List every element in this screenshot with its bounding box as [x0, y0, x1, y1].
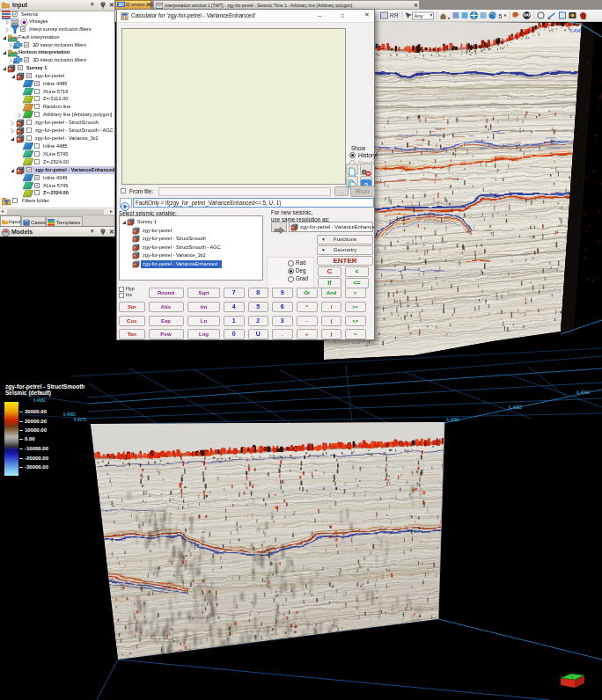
svg-text:RЯ: RЯ	[390, 12, 399, 18]
svg-text:Any: Any	[415, 13, 423, 18]
svg-text:IL 4342: IL 4342	[576, 390, 590, 395]
svg-text:5: 5	[499, 13, 503, 19]
svg-text:IL 4362: IL 4362	[509, 405, 522, 410]
svg-text:6.4982: 6.4982	[63, 412, 76, 417]
svg-text:6.4945: 6.4945	[570, 29, 583, 33]
